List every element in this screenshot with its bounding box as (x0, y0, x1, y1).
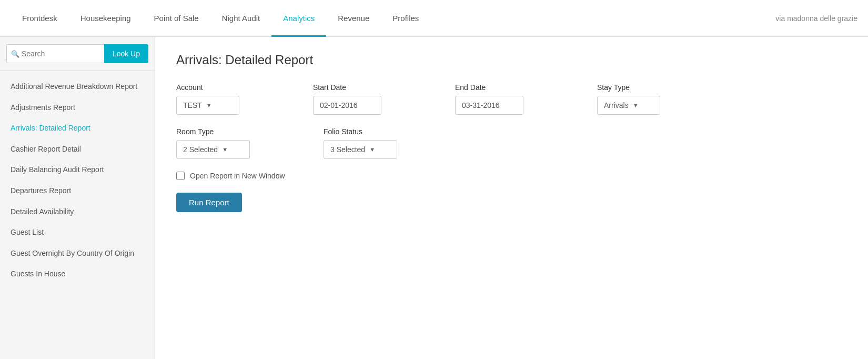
search-input[interactable] (22, 49, 100, 58)
end-date-input[interactable]: 03-31-2016 (455, 96, 523, 115)
stay-type-label: Stay Type (597, 83, 660, 92)
field-end-date: End Date 03-31-2016 (455, 83, 523, 115)
open-new-window-checkbox[interactable] (176, 172, 185, 180)
sidebar-item-guest-list[interactable]: Guest List (0, 222, 155, 243)
sidebar-item-guest-overnight[interactable]: Guest Overnight By Country Of Origin (0, 243, 155, 264)
nav-item-housekeeping[interactable]: Housekeeping (69, 0, 143, 37)
account-label: Account (176, 83, 239, 92)
form-row-1: Account TEST ▼ Start Date 02-01-2016 End… (176, 83, 847, 115)
lookup-button[interactable]: Look Up (104, 44, 148, 63)
sidebar: 🔍 Look Up Additional Revenue Breakdown R… (0, 37, 155, 359)
nav-item-frontdesk[interactable]: Frontdesk (11, 0, 69, 37)
nav-item-point-of-sale[interactable]: Point of Sale (143, 0, 210, 37)
run-report-button[interactable]: Run Report (176, 193, 242, 212)
folio-status-label: Folio Status (324, 127, 397, 136)
nav-item-night-audit[interactable]: Night Audit (210, 0, 272, 37)
stay-type-dropdown-arrow: ▼ (633, 102, 639, 108)
sidebar-item-arrivals-detailed[interactable]: Arrivals: Detailed Report (0, 118, 155, 139)
nav-item-analytics[interactable]: Analytics (271, 0, 326, 37)
account-dropdown[interactable]: TEST ▼ (176, 96, 239, 115)
open-new-window-row: Open Report in New Window (176, 172, 847, 180)
field-folio-status: Folio Status 3 Selected ▼ (324, 127, 397, 159)
top-nav: Frontdesk Housekeeping Point of Sale Nig… (0, 0, 868, 37)
sidebar-item-departures[interactable]: Departures Report (0, 181, 155, 202)
room-type-dropdown-arrow: ▼ (222, 146, 228, 153)
form-row-2: Room Type 2 Selected ▼ Folio Status 3 Se… (176, 127, 847, 159)
room-type-label: Room Type (176, 127, 250, 136)
field-start-date: Start Date 02-01-2016 (313, 83, 381, 115)
nav-item-revenue[interactable]: Revenue (326, 0, 381, 37)
sidebar-item-guests-in-house[interactable]: Guests In House (0, 264, 155, 285)
nav-item-profiles[interactable]: Profiles (381, 0, 430, 37)
layout: 🔍 Look Up Additional Revenue Breakdown R… (0, 37, 868, 359)
folio-status-dropdown[interactable]: 3 Selected ▼ (324, 140, 397, 159)
main-content: Arrivals: Detailed Report Account TEST ▼… (155, 37, 868, 359)
sidebar-item-detailed-availability[interactable]: Detailed Availability (0, 202, 155, 223)
search-input-wrap: 🔍 (6, 44, 104, 63)
field-account: Account TEST ▼ (176, 83, 239, 115)
sidebar-item-additional-revenue[interactable]: Additional Revenue Breakdown Report (0, 76, 155, 97)
folio-status-dropdown-arrow: ▼ (369, 146, 375, 153)
account-dropdown-arrow: ▼ (206, 102, 212, 108)
open-new-window-label: Open Report in New Window (190, 172, 285, 180)
brand-text: via madonna delle grazie (775, 14, 857, 23)
field-stay-type: Stay Type Arrivals ▼ (597, 83, 660, 115)
end-date-label: End Date (455, 83, 523, 92)
sidebar-search-area: 🔍 Look Up (0, 37, 155, 71)
room-type-dropdown[interactable]: 2 Selected ▼ (176, 140, 250, 159)
sidebar-list: Additional Revenue Breakdown Report Adju… (0, 71, 155, 359)
sidebar-item-adjustments[interactable]: Adjustments Report (0, 97, 155, 118)
sidebar-item-daily-balancing[interactable]: Daily Balancing Audit Report (0, 159, 155, 181)
search-icon: 🔍 (11, 50, 19, 58)
start-date-input[interactable]: 02-01-2016 (313, 96, 381, 115)
page-title: Arrivals: Detailed Report (176, 53, 847, 67)
sidebar-item-cashier-report[interactable]: Cashier Report Detail (0, 139, 155, 160)
start-date-label: Start Date (313, 83, 381, 92)
field-room-type: Room Type 2 Selected ▼ (176, 127, 250, 159)
nav-items: Frontdesk Housekeeping Point of Sale Nig… (11, 0, 430, 37)
stay-type-dropdown[interactable]: Arrivals ▼ (597, 96, 660, 115)
